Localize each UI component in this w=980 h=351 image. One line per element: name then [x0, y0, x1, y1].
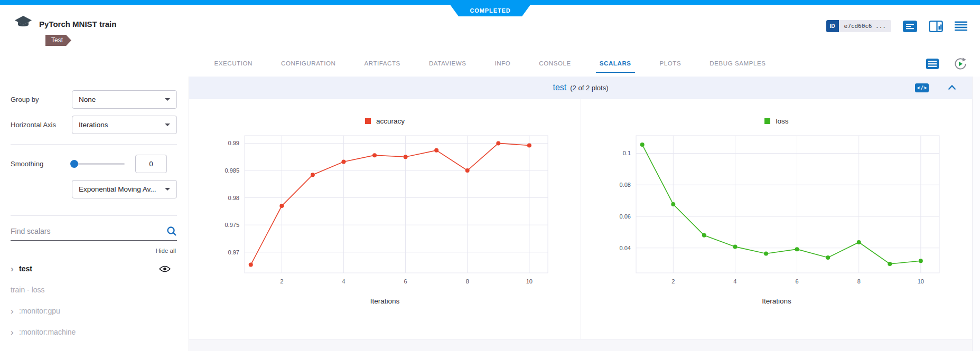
chevron-down-icon	[165, 124, 170, 126]
x-axis-label: Iterations	[370, 297, 400, 305]
chevron-right-icon[interactable]: ›	[11, 264, 19, 273]
description-icon[interactable]	[903, 21, 917, 32]
svg-text:6: 6	[796, 278, 799, 284]
legend-swatch	[764, 118, 770, 124]
scalar-item-monitor-gpu[interactable]: ›:monitor:gpu	[11, 300, 177, 321]
horizontal-axis-label: Horizontal Axis	[11, 121, 72, 129]
scalar-item-label: :monitor:machine	[19, 328, 76, 336]
scalar-search-row	[11, 226, 177, 241]
tab-info[interactable]: INFO	[480, 50, 525, 77]
sidebar-divider	[11, 144, 177, 145]
plots-area: test (2 of 2 plots) </> accuracy 2468100…	[189, 77, 980, 351]
legend-label: accuracy	[376, 117, 405, 125]
x-axis-label: Iterations	[762, 297, 791, 305]
collapse-icon[interactable]	[948, 85, 956, 90]
embed-code-icon[interactable]: </>	[915, 83, 929, 92]
chart-legend[interactable]: accuracy	[365, 117, 405, 125]
svg-text:4: 4	[342, 278, 345, 284]
loss-chart[interactable]: loss 2468100.040.060.080.1 Iterations	[581, 99, 972, 339]
svg-text:10: 10	[526, 278, 532, 284]
eye-icon[interactable]	[159, 265, 171, 272]
smoothing-type-value: Exponential Moving Av...	[79, 185, 156, 193]
tab-bar-row: EXECUTIONCONFIGURATIONARTIFACTSDATAVIEWS…	[0, 50, 980, 77]
horizontal-axis-value: Iterations	[79, 121, 108, 129]
svg-text:0.975: 0.975	[225, 222, 239, 228]
scalar-tree: ›testtrain - loss›:monitor:gpu›:monitor:…	[11, 258, 177, 343]
smoothing-type-select[interactable]: Exponential Moving Av...	[72, 180, 177, 198]
search-input[interactable]	[11, 227, 166, 235]
tab-debug-samples[interactable]: DEBUG SAMPLES	[695, 50, 780, 77]
horizontal-axis-select[interactable]: Iterations	[72, 116, 177, 134]
group-by-label: Group by	[11, 96, 72, 103]
content-body: Group by None Horizontal Axis Iterations…	[0, 77, 980, 351]
tab-console[interactable]: CONSOLE	[525, 50, 585, 77]
tab-dataviews[interactable]: DATAVIEWS	[415, 50, 481, 77]
search-icon[interactable]	[166, 226, 177, 236]
group-by-row: Group by None	[11, 90, 177, 109]
svg-text:8: 8	[465, 278, 469, 284]
smoothing-slider[interactable]	[72, 163, 125, 165]
scalar-item-label: test	[19, 264, 32, 273]
group-by-select[interactable]: None	[72, 90, 177, 109]
scalar-item-train-loss[interactable]: train - loss	[11, 279, 177, 300]
auto-refresh-icon[interactable]	[954, 57, 967, 71]
experiment-id[interactable]: ID e7cd60c6 ...	[826, 20, 891, 32]
horizontal-axis-row: Horizontal Axis Iterations	[11, 116, 177, 134]
charts-container: accuracy 2468100.970.9750.980.9850.99 It…	[189, 99, 972, 339]
tab-configuration[interactable]: CONFIGURATION	[267, 50, 350, 77]
menu-icon[interactable]	[955, 21, 967, 31]
chevron-right-icon[interactable]: ›	[11, 307, 19, 316]
loss-plot-area[interactable]: 2468100.040.060.080.1	[602, 131, 951, 293]
slider-thumb[interactable]	[70, 160, 78, 168]
svg-text:0.08: 0.08	[620, 182, 631, 188]
id-badge: ID	[826, 20, 839, 32]
tab-execution[interactable]: EXECUTION	[200, 50, 267, 77]
tab-scalars[interactable]: SCALARS	[585, 50, 646, 77]
svg-text:10: 10	[918, 278, 924, 284]
experiment-title: PyTorch MNIST train	[39, 20, 116, 29]
tab-plots[interactable]: PLOTS	[646, 50, 696, 77]
svg-text:0.99: 0.99	[228, 140, 239, 146]
header-actions: ID e7cd60c6 ...	[826, 20, 967, 32]
smoothing-row: Smoothing 0	[11, 155, 177, 173]
svg-text:4: 4	[733, 278, 736, 284]
smoothing-type-row: Exponential Moving Av...	[72, 180, 177, 198]
chevron-down-icon	[165, 188, 170, 191]
accuracy-plot-area[interactable]: 2468100.970.9750.980.9850.99	[211, 131, 559, 293]
experiment-detail-page: COMPLETED PyTorch MNIST train Test ID e7…	[0, 0, 980, 351]
sidebar-divider	[11, 215, 177, 216]
plot-group-title[interactable]: test	[553, 83, 566, 92]
scrollbar[interactable]	[972, 77, 980, 351]
smoothing-label: Smoothing	[11, 160, 72, 168]
svg-text:0.97: 0.97	[228, 249, 239, 255]
chevron-down-icon	[165, 98, 170, 101]
scalar-item-label: train - loss	[11, 286, 45, 294]
chart-legend[interactable]: loss	[764, 117, 788, 125]
bottom-strip	[189, 339, 972, 351]
svg-text:2: 2	[671, 278, 675, 284]
legend-label: loss	[776, 117, 788, 125]
table-view-icon[interactable]	[926, 59, 939, 69]
plot-group-header: test (2 of 2 plots) </>	[189, 77, 972, 99]
legend-swatch	[365, 118, 371, 124]
smoothing-slider-area: 0	[72, 155, 177, 173]
svg-text:0.98: 0.98	[228, 195, 239, 201]
scalar-item-label: :monitor:gpu	[19, 307, 60, 315]
chevron-right-icon[interactable]: ›	[11, 328, 19, 337]
scalar-item-test[interactable]: ›test	[11, 258, 177, 279]
plot-group-count: (2 of 2 plots)	[570, 84, 608, 92]
experiment-tag[interactable]: Test	[45, 35, 71, 46]
scalars-sidebar: Group by None Horizontal Axis Iterations…	[0, 77, 189, 351]
svg-text:2: 2	[280, 278, 283, 284]
tab-artifacts[interactable]: ARTIFACTS	[350, 50, 414, 77]
accuracy-chart[interactable]: accuracy 2468100.970.9750.980.9850.99 It…	[189, 99, 581, 339]
hide-all-button[interactable]: Hide all	[11, 248, 176, 254]
scalar-item-monitor-machine[interactable]: ›:monitor:machine	[11, 321, 177, 343]
experiment-header: PyTorch MNIST train Test ID e7cd60c6 ...	[0, 5, 980, 50]
svg-text:0.1: 0.1	[623, 150, 631, 156]
tab-bar-actions	[926, 57, 967, 71]
svg-text:6: 6	[404, 278, 407, 284]
details-panel-icon[interactable]	[929, 21, 943, 32]
svg-text:8: 8	[857, 278, 861, 284]
smoothing-value-input[interactable]: 0	[135, 155, 167, 173]
